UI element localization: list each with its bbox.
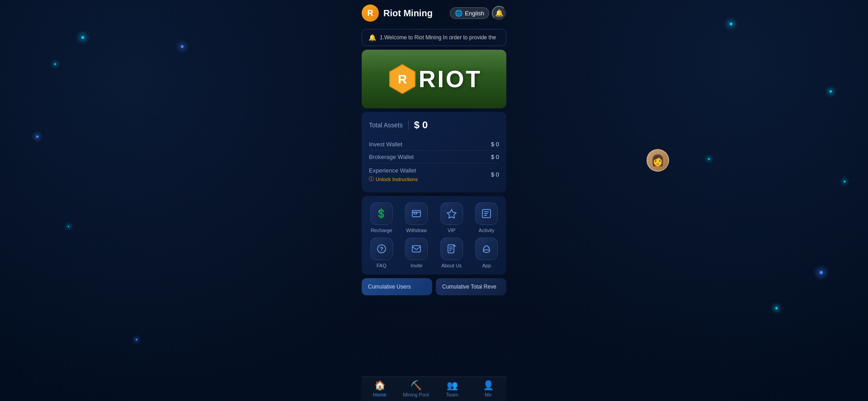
- action-vip[interactable]: VIP: [436, 202, 467, 233]
- action-app[interactable]: App: [472, 238, 502, 268]
- assets-divider: [408, 121, 409, 130]
- action-recharge[interactable]: 💲 Recharge: [366, 202, 397, 233]
- action-withdraw[interactable]: Withdraw: [401, 202, 432, 233]
- recharge-icon: 💲: [370, 202, 393, 225]
- nav-home-label: Home: [373, 392, 386, 397]
- assets-header: Total Assets $ 0: [369, 119, 499, 131]
- experience-wallet-row: Experience Wallet ⓘ Unlock Instructions …: [369, 163, 499, 185]
- glow-dot-1: [81, 36, 84, 39]
- experience-wallet-label: Experience Wallet: [369, 167, 416, 174]
- glow-dot-8: [730, 23, 732, 25]
- notification-text: 1.Welcome to Riot Mining In order to pro…: [380, 34, 496, 41]
- assets-value: $ 0: [414, 119, 428, 131]
- avatar: 👩: [646, 149, 669, 172]
- svg-marker-5: [447, 210, 456, 218]
- hex-logo-icon: R: [386, 63, 419, 95]
- svg-point-17: [483, 250, 490, 252]
- banner-overlay: R RIOT: [362, 50, 506, 108]
- vip-label: VIP: [448, 228, 456, 233]
- glow-dot-5: [830, 90, 832, 93]
- stat-users-label: Cumulative Users: [368, 284, 411, 290]
- nav-me-label: Me: [485, 392, 491, 397]
- nav-team[interactable]: 👥 Team: [434, 380, 470, 397]
- about-svg: [447, 244, 457, 254]
- about-label: About Us: [441, 263, 462, 268]
- vip-svg: [447, 209, 457, 219]
- glow-dot-11: [181, 45, 184, 48]
- activity-svg: [481, 209, 491, 219]
- me-icon: 👤: [483, 380, 494, 391]
- invest-wallet-row: Invest Wallet $ 0: [369, 138, 499, 151]
- app-logo: R: [362, 5, 379, 22]
- unlock-row: ⓘ Unlock Instructions: [369, 176, 418, 182]
- glow-dot-9: [136, 339, 137, 340]
- home-icon: 🏠: [374, 380, 386, 391]
- nav-home[interactable]: 🏠 Home: [362, 380, 398, 397]
- activity-icon: [475, 202, 498, 225]
- main-panel: R Riot Mining 🌐 English 🔔 🔔 1.Welcome to…: [362, 0, 506, 295]
- language-button[interactable]: 🌐 English: [450, 7, 489, 19]
- faq-svg: ?: [377, 244, 387, 254]
- glow-dot-2: [54, 63, 56, 65]
- app-label: App: [482, 263, 491, 268]
- banner-text: RIOT: [419, 65, 482, 93]
- svg-text:R: R: [398, 72, 407, 86]
- notification-bell-icon: 🔔: [368, 34, 376, 41]
- notification-button[interactable]: 🔔: [492, 6, 506, 20]
- stat-cumulative-users: Cumulative Users: [362, 278, 432, 295]
- info-icon: ⓘ: [369, 176, 374, 182]
- riot-logo: R RIOT: [386, 63, 482, 95]
- invest-wallet-value: $ 0: [491, 141, 499, 148]
- experience-wallet-value: $ 0: [491, 171, 499, 178]
- brokerage-wallet-value: $ 0: [491, 154, 499, 160]
- nav-mining-label: Mining Pool: [403, 392, 429, 397]
- mining-pool-icon: ⛏️: [410, 380, 422, 391]
- header-controls: 🌐 English 🔔: [450, 6, 506, 20]
- action-activity[interactable]: Activity: [472, 202, 502, 233]
- bottom-nav: 🏠 Home ⛏️ Mining Pool 👥 Team 👤 Me: [362, 377, 506, 401]
- stats-row: Cumulative Users Cumulative Total Reve: [362, 278, 506, 295]
- action-faq[interactable]: ? FAQ: [366, 238, 397, 268]
- app-svg: [481, 244, 491, 254]
- withdraw-svg: [411, 209, 421, 219]
- withdraw-icon: [405, 202, 428, 225]
- glow-dot-12: [708, 158, 710, 160]
- nav-mining-pool[interactable]: ⛏️ Mining Pool: [398, 380, 434, 397]
- bell-icon: 🔔: [495, 9, 504, 17]
- brokerage-wallet-row: Brokerage Wallet $ 0: [369, 151, 499, 163]
- stat-revenue-label: Cumulative Total Reve: [442, 284, 496, 290]
- invite-icon: [405, 238, 428, 260]
- nav-me[interactable]: 👤 Me: [470, 380, 506, 397]
- withdraw-label: Withdraw: [406, 228, 427, 233]
- action-invite[interactable]: Invite: [401, 238, 432, 268]
- brokerage-wallet-label: Brokerage Wallet: [369, 154, 414, 160]
- glow-dot-3: [36, 135, 38, 138]
- vip-icon: [440, 202, 463, 225]
- globe-icon: 🌐: [455, 9, 462, 17]
- experience-wallet-info: Experience Wallet ⓘ Unlock Instructions: [369, 166, 418, 182]
- action-about[interactable]: About Us: [436, 238, 467, 268]
- invite-label: Invite: [410, 263, 422, 268]
- stat-cumulative-revenue: Cumulative Total Reve: [436, 278, 506, 295]
- assets-label: Total Assets: [369, 121, 403, 129]
- language-label: English: [465, 10, 484, 17]
- faq-label: FAQ: [377, 263, 387, 268]
- assets-card: Total Assets $ 0 Invest Wallet $ 0 Broke…: [362, 112, 506, 192]
- header: R Riot Mining 🌐 English 🔔: [362, 0, 506, 26]
- app-title: Riot Mining: [383, 8, 433, 19]
- invite-svg: [411, 244, 421, 254]
- glow-dot-6: [820, 271, 823, 274]
- invest-wallet-label: Invest Wallet: [369, 141, 402, 148]
- notification-bar: 🔔 1.Welcome to Riot Mining In order to p…: [362, 29, 506, 46]
- svg-rect-12: [412, 246, 420, 252]
- svg-rect-2: [412, 210, 420, 217]
- glow-dot-4: [68, 226, 69, 227]
- team-icon: 👥: [447, 380, 458, 391]
- banner-image: R RIOT: [362, 50, 506, 108]
- actions-grid: 💲 Recharge Withdraw VIP: [362, 196, 506, 275]
- activity-label: Activity: [479, 228, 495, 233]
- glow-dot-7: [844, 181, 845, 182]
- nav-team-label: Team: [446, 392, 458, 397]
- recharge-label: Recharge: [371, 228, 392, 233]
- glow-dot-10: [775, 307, 778, 309]
